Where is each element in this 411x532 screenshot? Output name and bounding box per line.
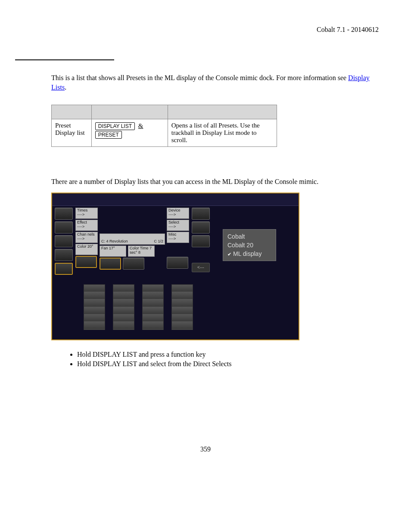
ampersand: & xyxy=(137,122,145,129)
keycap-preset: PRESET xyxy=(95,131,122,139)
hw-button[interactable] xyxy=(192,208,210,220)
cell-device[interactable]: Device----> xyxy=(167,208,189,219)
menu-item-ml-display[interactable]: ML display xyxy=(227,249,269,258)
action-cell: Preset Display list xyxy=(52,119,92,147)
hw-button-selected[interactable] xyxy=(100,258,121,270)
intro-paragraph: This is a list that shows all Presets in… xyxy=(51,73,379,92)
fader[interactable] xyxy=(172,284,193,330)
center-column: C: 4 Revolution C 1/2 Fan 17° Color Time… xyxy=(99,207,166,276)
page-header: Cobalt 7.1 - 20140612 xyxy=(32,26,379,34)
fader[interactable] xyxy=(113,284,134,330)
cell-misc[interactable]: Misc----> xyxy=(167,232,189,243)
cell-main-display[interactable]: C: 4 Revolution C 1/2 xyxy=(100,233,165,245)
intro-text-b: . xyxy=(65,84,66,91)
menu-item-cobalt[interactable]: Cobalt xyxy=(227,232,269,241)
table-row: Preset Display list DISPLAY LIST & PRESE… xyxy=(52,119,277,147)
page-number: 359 xyxy=(32,445,379,453)
right-button-column: <--- xyxy=(190,207,212,276)
intro-text-a: This is a list that shows all Presets in… xyxy=(51,74,348,81)
action-table: Preset Display list DISPLAY LIST & PRESE… xyxy=(51,105,277,147)
hw-button-selected[interactable] xyxy=(75,256,97,268)
console-mimic-panel: Times----> Effect----> Chan nels----> Co… xyxy=(51,193,299,340)
hw-button[interactable] xyxy=(55,221,73,233)
description-cell: Opens a list of all Presets. Use the tra… xyxy=(168,119,277,147)
context-menu: Cobalt Cobalt 20 ML display xyxy=(223,229,276,261)
list-item: Hold DISPLAY LIST and select from the Di… xyxy=(77,360,379,368)
hw-button[interactable] xyxy=(167,257,188,269)
back-arrow-button[interactable]: <--- xyxy=(192,263,210,272)
fader-row xyxy=(52,277,299,339)
horizontal-rule xyxy=(15,59,114,60)
left-button-column xyxy=(53,207,75,276)
hw-button-selected[interactable] xyxy=(55,263,73,275)
hw-button[interactable] xyxy=(192,221,210,233)
cell-color[interactable]: Color 20° xyxy=(75,244,98,255)
keys-cell: DISPLAY LIST & PRESET xyxy=(91,119,168,147)
list-item: Hold DISPLAY LIST and press a function k… xyxy=(77,351,379,358)
hw-button[interactable] xyxy=(55,249,73,261)
cell-fan[interactable]: Fan 17° xyxy=(100,246,126,257)
hw-button[interactable] xyxy=(55,235,73,247)
table-header-cell xyxy=(52,105,92,119)
fader[interactable] xyxy=(143,284,163,330)
keycap-display-list: DISPLAY LIST xyxy=(95,122,135,130)
cell-channels[interactable]: Chan nels----> xyxy=(75,232,98,243)
cell-color-time[interactable]: Color Time 7 sec° 8 xyxy=(128,246,155,257)
cell-effect[interactable]: Effect----> xyxy=(75,220,98,231)
hw-button[interactable] xyxy=(123,258,144,270)
cell-select[interactable]: Select----> xyxy=(167,220,189,231)
mimic-title-bar xyxy=(52,193,299,206)
fader[interactable] xyxy=(84,284,105,330)
cell-times[interactable]: Times----> xyxy=(75,208,98,219)
bullet-list: Hold DISPLAY LIST and press a function k… xyxy=(77,351,379,368)
section2-intro: There are a number of Display lists that… xyxy=(51,177,379,187)
table-header-cell xyxy=(168,105,277,119)
table-header-row xyxy=(52,105,277,119)
left-cell-column: Times----> Effect----> Chan nels----> Co… xyxy=(75,207,99,276)
table-header-cell xyxy=(91,105,168,119)
menu-item-cobalt20[interactable]: Cobalt 20 xyxy=(227,241,269,249)
hw-button[interactable] xyxy=(192,235,210,247)
hw-button[interactable] xyxy=(55,208,73,220)
right-cell-column: Device----> Select----> Misc----> xyxy=(166,207,190,276)
